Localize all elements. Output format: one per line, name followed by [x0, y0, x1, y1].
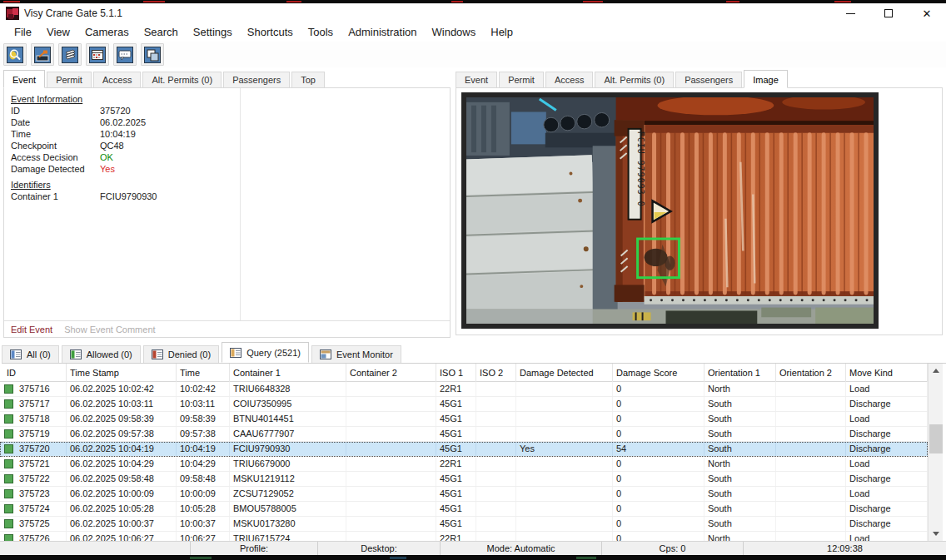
tab-access[interactable]: Access: [93, 72, 141, 88]
scroll-up-icon[interactable]: [929, 364, 944, 378]
table-cell: [516, 472, 613, 486]
checkpoint-value: QC48: [100, 140, 124, 151]
column-header[interactable]: Orientation 2: [776, 364, 846, 382]
tab-passengers-right[interactable]: Passengers: [675, 72, 742, 88]
table-row[interactable]: 37571906.02.2025 09:57:3809:57:38CAAU677…: [0, 427, 928, 442]
tab-image[interactable]: Image: [744, 70, 788, 88]
table-cell: [776, 427, 846, 441]
tab-allowed[interactable]: Allowed (0): [62, 345, 141, 363]
column-header[interactable]: Orientation 1: [705, 364, 776, 382]
menu-tools[interactable]: Tools: [301, 23, 341, 41]
column-header[interactable]: Damage Detected: [516, 364, 613, 382]
menu-search[interactable]: Search: [137, 23, 186, 41]
stacked-sheets-icon: [62, 47, 78, 63]
tab-permit[interactable]: Permit: [47, 72, 92, 88]
column-header[interactable]: ID: [0, 364, 67, 382]
table-row[interactable]: 37571606.02.2025 10:02:4210:02:42TRIU664…: [0, 382, 928, 397]
toolbar-gate-button[interactable]: [31, 43, 54, 66]
status-desktop: Desktop:: [317, 542, 440, 555]
table-row[interactable]: 37572306.02.2025 10:00:0910:00:09ZCSU712…: [0, 487, 928, 502]
menu-bar: File View Cameras Search Settings Shortc…: [0, 23, 946, 41]
close-icon[interactable]: ✕: [908, 3, 946, 23]
tab-all[interactable]: All (0): [2, 345, 59, 363]
toolbar-schedule-button[interactable]: [86, 43, 109, 66]
status-bar: Profile: Desktop: Mode: Automatic Cps: 0…: [0, 541, 946, 555]
status-empty: [0, 542, 190, 555]
access-decision-value: OK: [100, 151, 113, 163]
tab-query[interactable]: Query (2521): [222, 342, 309, 363]
tab-access-right[interactable]: Access: [545, 72, 593, 88]
menu-file[interactable]: File: [7, 23, 39, 41]
column-header[interactable]: Time Stamp: [67, 364, 177, 382]
table-cell: [476, 472, 516, 486]
menu-windows[interactable]: Windows: [425, 23, 484, 41]
tab-top[interactable]: Top: [291, 72, 325, 88]
show-event-comment-link[interactable]: Show Event Comment: [64, 325, 155, 335]
maximize-icon[interactable]: [869, 3, 908, 23]
tab-passengers[interactable]: Passengers: [223, 72, 290, 88]
table-cell: Load: [846, 412, 928, 426]
toolbar-find-button[interactable]: [3, 43, 27, 66]
table-cell: 06.02.2025 09:58:39: [67, 412, 177, 426]
table-header: IDTime StampTimeContainer 1Container 2IS…: [0, 364, 928, 382]
toolbar-comment-button[interactable]: [113, 43, 137, 66]
tab-alt-permits-right[interactable]: Alt. Permits (0): [595, 72, 674, 88]
table-row[interactable]: 37572106.02.2025 10:04:2910:04:29TRIU667…: [0, 457, 928, 472]
tab-event-right[interactable]: Event: [456, 72, 497, 88]
table-cell: BTNU4014451: [230, 412, 346, 426]
menu-view[interactable]: View: [39, 23, 77, 41]
table-cell: South: [705, 427, 776, 441]
column-header[interactable]: ISO 2: [476, 364, 516, 382]
menu-administration[interactable]: Administration: [341, 23, 424, 41]
camera-image[interactable]: FCIU 979093 0: [461, 92, 879, 329]
event-status-icon: [4, 399, 13, 409]
table-cell: [776, 457, 846, 471]
field-label: Checkpoint: [11, 140, 100, 151]
table-cell: 10:05:28: [177, 502, 230, 516]
table-row[interactable]: 37571706.02.2025 10:03:1110:03:11COIU735…: [0, 397, 928, 412]
tab-alt-permits[interactable]: Alt. Permits (0): [142, 72, 222, 88]
minimize-icon[interactable]: [831, 3, 869, 23]
window-title: Visy Crane Gate 5.1.1: [24, 7, 122, 19]
title-bar: Visy Crane Gate 5.1.1 ✕: [0, 3, 946, 23]
table-scrollbar[interactable]: [928, 364, 943, 541]
table-cell: 0: [613, 382, 705, 396]
table-cell: 375722: [0, 472, 67, 486]
tab-permit-right[interactable]: Permit: [499, 72, 544, 88]
column-header[interactable]: Damage Score: [613, 364, 705, 382]
table-row[interactable]: 37572006.02.2025 10:04:1910:04:19FCIU979…: [0, 442, 928, 457]
table-row[interactable]: 37572206.02.2025 09:58:4809:58:48MSKU121…: [0, 472, 928, 487]
column-header[interactable]: Container 2: [346, 364, 436, 382]
table-cell: 45G1: [436, 472, 476, 486]
table-cell: 06.02.2025 10:06:27: [67, 532, 177, 541]
scrollbar-thumb[interactable]: [929, 424, 943, 453]
column-header[interactable]: Container 1: [230, 364, 346, 382]
table-row[interactable]: 37572406.02.2025 10:05:2810:05:28BMOU578…: [0, 502, 928, 517]
table-row[interactable]: 37572506.02.2025 10:00:3710:00:37MSKU017…: [0, 517, 928, 532]
edit-event-link[interactable]: Edit Event: [11, 325, 52, 335]
table-cell: [476, 397, 516, 411]
table-cell: 45G1: [436, 412, 476, 426]
menu-help[interactable]: Help: [483, 23, 520, 41]
tab-denied[interactable]: Denied (0): [143, 345, 219, 363]
table-cell: 45G1: [436, 427, 476, 441]
column-header[interactable]: Time: [177, 364, 230, 382]
tab-event[interactable]: Event: [3, 70, 45, 88]
tab-event-monitor[interactable]: Event Monitor: [311, 345, 401, 363]
column-header[interactable]: ISO 1: [436, 364, 476, 382]
column-header[interactable]: Move Kind: [846, 364, 928, 382]
toolbar-layout-button[interactable]: [141, 43, 164, 66]
table-cell: 06.02.2025 10:03:11: [67, 397, 177, 411]
table-cell: 10:03:11: [177, 397, 230, 411]
table-cell: [346, 457, 436, 471]
toolbar-events-button[interactable]: [58, 43, 82, 66]
table-cell: South: [705, 412, 776, 426]
menu-shortcuts[interactable]: Shortcuts: [240, 23, 301, 41]
menu-cameras[interactable]: Cameras: [77, 23, 137, 41]
menu-settings[interactable]: Settings: [186, 23, 240, 41]
table-cell: 09:58:39: [177, 412, 230, 426]
scroll-down-icon[interactable]: [929, 527, 944, 541]
table-row[interactable]: 37572606.02.2025 10:06:2710:06:27TRIU671…: [0, 532, 928, 541]
table-cell: 375716: [0, 382, 67, 396]
table-row[interactable]: 37571806.02.2025 09:58:3909:58:39BTNU401…: [0, 412, 928, 427]
